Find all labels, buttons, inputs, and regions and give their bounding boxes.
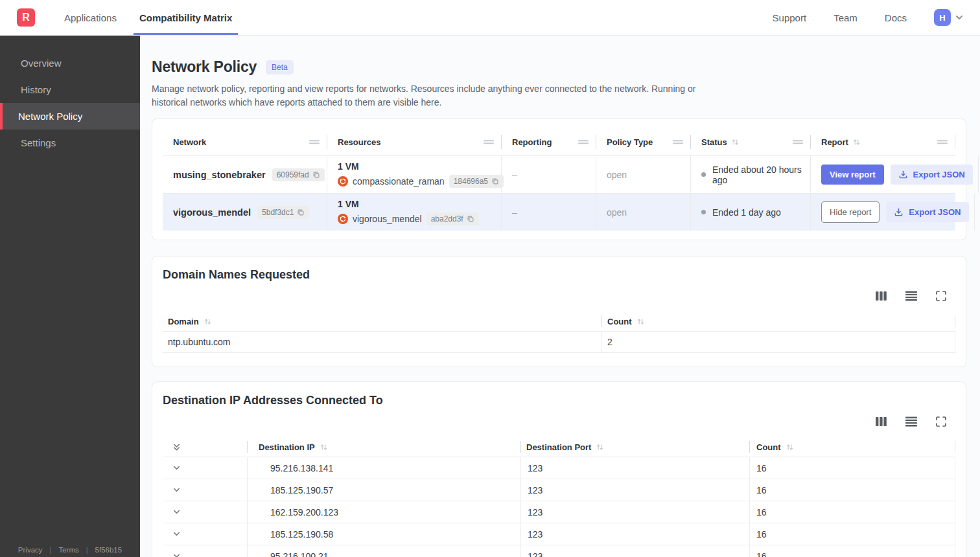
copy-icon[interactable] [491,177,499,185]
copy-icon[interactable] [297,209,305,216]
divider: | [50,546,52,554]
chevron-down-icon[interactable] [172,507,181,517]
status-dot-icon [701,172,706,177]
app-logo[interactable]: R [17,8,35,27]
row-density-icon[interactable] [905,416,918,427]
nav-link-support[interactable]: Support [773,12,807,23]
column-resize-handle[interactable] [309,138,320,146]
destination-port-cell: 123 [521,457,750,479]
chevron-down-icon [954,12,964,23]
resources-cell: 1 VM vigorous_mendel aba2dd3f [327,194,502,231]
view-report-button[interactable]: View report [821,165,884,185]
destination-table-row[interactable]: 95.216.100.21 123 16 [163,545,955,557]
destination-ips-card: Destination IP Addresses Connected To [152,381,966,557]
sort-icon[interactable] [320,443,328,451]
status-cell: Ended about 20 hours ago [691,156,811,193]
sort-icon[interactable] [786,443,794,451]
sort-icon[interactable] [731,138,740,146]
vm-hash-pill: 184696a5 [449,175,504,188]
column-resize-handle[interactable] [673,138,683,146]
column-header-destination-ip[interactable]: Destination IP [248,437,521,457]
user-menu[interactable]: H [934,9,964,26]
export-json-button[interactable]: Export JSON [891,165,973,185]
hide-report-button[interactable]: Hide report [821,201,880,223]
policy-type-cell: open [596,156,691,193]
expand-all-header[interactable] [163,437,248,457]
destination-table-header: Destination IP Destination Port Count [163,437,955,457]
sidebar: Overview History Network Policy Settings… [0,36,140,557]
fullscreen-icon[interactable] [935,416,947,427]
sort-icon[interactable] [852,138,861,146]
destination-table-row[interactable]: 162.159.200.123 123 16 [163,501,955,523]
column-resize-handle[interactable] [578,138,589,146]
domain-table-header: Domain Count [163,312,955,331]
sort-icon[interactable] [596,443,604,451]
network-cell: vigorous_mendel 5bdf3dc1 [163,194,327,231]
network-cell: musing_stonebraker 60959fad [163,156,327,193]
row-density-icon[interactable] [905,290,918,302]
destination-table-row[interactable]: 185.125.190.57 123 16 [163,479,955,501]
column-resize-handle[interactable] [484,138,494,146]
columns-icon[interactable] [875,290,887,302]
column-resize-handle[interactable] [793,138,803,146]
sidebar-item-network-policy[interactable]: Network Policy [0,103,140,130]
chevron-down-icon[interactable] [172,551,181,557]
resources-cell: 1 VM compassionate_raman 184696a5 [327,156,502,193]
vm-hash-pill: aba2dd3f [426,212,479,225]
status-text: Ended 1 day ago [712,207,781,218]
page-title: Network Policy [152,58,257,76]
network-hash-pill: 60959fad [272,168,325,181]
nav-tab-applications[interactable]: Applications [58,0,122,35]
vm-name: compassionate_raman [353,176,445,187]
column-header-report[interactable]: Report [811,128,955,155]
avatar[interactable]: H [934,9,951,26]
nav-link-team[interactable]: Team [834,12,858,23]
terms-link[interactable]: Terms [58,546,78,554]
table-toolbar [163,416,955,427]
column-header-destination-port[interactable]: Destination Port [521,437,750,457]
copy-icon[interactable] [467,215,474,223]
domain-names-card: Domain Names Requested Domain [152,256,966,367]
chevron-down-icon[interactable] [172,529,181,539]
privacy-link[interactable]: Privacy [18,546,43,554]
column-header-resources[interactable]: Resources [327,128,502,155]
double-chevron-down-icon[interactable] [172,442,181,452]
columns-icon[interactable] [875,416,887,427]
destination-table-row[interactable]: 185.125.190.58 123 16 [163,523,955,545]
column-header-policy-type[interactable]: Policy Type [596,128,691,155]
sort-icon[interactable] [204,317,212,326]
column-header-domain[interactable]: Domain [163,312,602,331]
sidebar-footer: Privacy | Terms | 5f56b15 [0,546,140,554]
column-resize-handle[interactable] [937,138,948,146]
copy-icon[interactable] [312,171,320,179]
reporting-cell: – [502,194,596,231]
chevron-down-icon[interactable] [172,463,181,473]
column-header-count[interactable]: Count [750,437,955,457]
fullscreen-icon[interactable] [935,290,947,302]
column-header-status[interactable]: Status [691,128,811,155]
main-content: Network Policy Beta Manage network polic… [140,36,980,557]
network-table-row[interactable]: vigorous_mendel 5bdf3dc1 1 VM vig [163,193,955,231]
ubuntu-logo-icon [338,176,348,187]
chevron-down-icon[interactable] [172,485,181,495]
top-navbar: R Applications Compatibility Matrix Supp… [0,0,980,36]
nav-tab-compatibility-matrix[interactable]: Compatibility Matrix [134,0,238,35]
sidebar-item-settings[interactable]: Settings [0,130,140,156]
beta-badge: Beta [266,60,294,74]
destination-table-row[interactable]: 95.216.138.141 123 16 [163,457,955,479]
download-icon [898,170,908,179]
nav-link-docs[interactable]: Docs [885,12,907,23]
resources-count: 1 VM [338,199,359,209]
destination-port-cell: 123 [521,479,750,501]
network-table-row[interactable]: musing_stonebraker 60959fad 1 VM [163,155,955,193]
count-cell: 16 [750,457,955,479]
sort-icon[interactable] [636,317,645,326]
sidebar-item-history[interactable]: History [0,76,140,103]
column-header-network[interactable]: Network [163,128,327,155]
column-header-reporting[interactable]: Reporting [502,128,596,155]
column-header-count[interactable]: Count [602,312,955,331]
domain-table-row[interactable]: ntp.ubuntu.com 2 [163,331,955,353]
policy-type-cell: open [596,194,691,231]
export-json-button[interactable]: Export JSON [886,202,968,222]
sidebar-item-overview[interactable]: Overview [0,50,140,76]
